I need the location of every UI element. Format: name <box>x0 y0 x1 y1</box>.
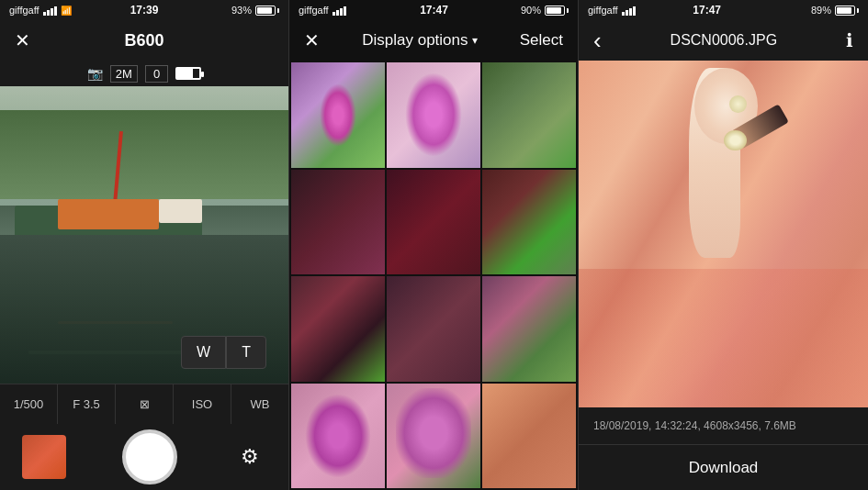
photo-detail-image[interactable] <box>579 61 868 407</box>
iso-setting[interactable]: ISO <box>174 384 231 424</box>
photo-filename: DSCN0006.JPG <box>671 32 778 49</box>
carrier-p3: giffgaff <box>588 5 618 16</box>
status-bar-left-p3: giffgaff <box>588 5 636 16</box>
status-bar-left-p1: giffgaff 📶 <box>9 5 72 16</box>
grid-item-7[interactable] <box>291 276 385 382</box>
shutter-button[interactable] <box>122 429 177 484</box>
battery-p1 <box>255 6 279 16</box>
photo-metadata: 18/08/2019, 14:32:24, 4608x3456, 7.6MB <box>579 407 868 444</box>
signal-bars-p2 <box>333 5 346 16</box>
time-p2: 17:47 <box>420 4 448 17</box>
signal-p2: 90% <box>521 5 541 16</box>
signal-bars-p1 <box>43 5 57 16</box>
close-button-p1[interactable]: ✕ <box>15 29 30 51</box>
grid-item-8[interactable] <box>387 276 480 382</box>
aperture[interactable]: F 3.5 <box>58 384 116 424</box>
boat-cabin <box>58 199 159 228</box>
photo-grid <box>289 61 578 490</box>
trees <box>0 110 288 199</box>
wifi-icon-p1: 📶 <box>61 6 72 16</box>
status-bar-right-p2: 90% <box>521 5 569 16</box>
back-button[interactable]: ‹ <box>593 27 602 55</box>
wide-button[interactable]: W <box>181 336 226 369</box>
status-bar-p1: giffgaff 📶 17:39 93% <box>0 0 288 20</box>
settings-gear-button[interactable]: ⚙ <box>233 440 266 473</box>
status-bar-right-p1: 93% <box>231 5 279 16</box>
display-options-group[interactable]: Display options ▾ <box>362 31 477 50</box>
camera-bottom-bar: ⚙ <box>0 424 288 490</box>
back-chevron-icon: ‹ <box>593 27 602 55</box>
battery-p2 <box>545 6 569 16</box>
select-button[interactable]: Select <box>520 31 563 50</box>
battery-p3 <box>835 6 859 16</box>
carrier-p2: giffgaff <box>299 5 329 16</box>
info-button[interactable]: ℹ <box>846 29 853 51</box>
wb-setting[interactable]: WB <box>231 384 288 424</box>
reflection-line-2 <box>58 321 174 324</box>
display-options-title: Display options <box>362 31 468 50</box>
grid-item-10[interactable] <box>291 384 385 489</box>
grid-item-11[interactable] <box>387 384 480 489</box>
flamingo-thumb <box>482 384 576 489</box>
grid-item-1[interactable] <box>291 62 385 168</box>
carrier-p1: giffgaff <box>9 5 39 16</box>
grid-item-3[interactable] <box>482 62 576 168</box>
camera-viewfinder: W T <box>0 86 288 384</box>
time-p3: 17:47 <box>693 4 721 17</box>
exposure-comp[interactable]: ⊠ <box>116 384 174 424</box>
battery-icon-p1 <box>175 67 201 80</box>
download-area: Download <box>579 444 868 490</box>
photo-detail-header: ‹ DSCN0006.JPG ℹ <box>579 20 868 61</box>
wt-controls: W T <box>166 329 281 376</box>
status-bar-left-p2: giffgaff <box>299 5 346 16</box>
settings-row: 1/500 F 3.5 ⊠ ISO WB <box>0 384 288 424</box>
shutter-speed[interactable]: 1/500 <box>0 384 58 424</box>
chevron-down-icon: ▾ <box>472 34 478 47</box>
boat-white <box>159 199 202 223</box>
signal-p1: 93% <box>231 5 252 16</box>
camera-icon: 📷 <box>87 66 103 81</box>
gallery-panel: giffgaff 17:47 90% ✕ Display options ▾ <box>289 0 579 490</box>
camera-info-row: 📷 2M 0 <box>0 61 288 86</box>
flamingo-eye <box>729 95 747 113</box>
grid-item-12[interactable] <box>482 384 576 489</box>
feather-detail <box>579 269 868 407</box>
status-bar-p2: giffgaff 17:47 90% <box>289 0 578 20</box>
photo-meta-text: 18/08/2019, 14:32:24, 4608x3456, 7.6MB <box>593 419 796 432</box>
gallery-header: ✕ Display options ▾ Select <box>289 20 578 61</box>
grid-item-4[interactable] <box>291 170 385 275</box>
close-button-p2[interactable]: ✕ <box>304 29 320 51</box>
flamingo-photo <box>579 61 868 407</box>
camera-panel: giffgaff 📶 17:39 93% ✕ B600 📷 2M <box>0 0 289 490</box>
camera-header: ✕ B600 <box>0 20 288 61</box>
slot-label: 0 <box>145 65 168 83</box>
signal-p3: 89% <box>811 5 831 16</box>
download-button[interactable]: Download <box>689 459 759 477</box>
signal-bars-p3 <box>622 5 636 16</box>
grid-item-9[interactable] <box>482 276 576 382</box>
grid-item-5[interactable] <box>387 170 480 275</box>
grid-item-2[interactable] <box>387 62 480 168</box>
time-p1: 17:39 <box>130 4 159 17</box>
grid-item-6[interactable] <box>482 170 576 275</box>
camera-title: B600 <box>124 31 163 50</box>
resolution-label: 2M <box>110 65 138 83</box>
last-photo-thumbnail[interactable] <box>22 435 66 479</box>
status-bar-p3: giffgaff 17:47 89% <box>579 0 868 20</box>
photo-detail-panel: giffgaff 17:47 89% ‹ DSCN0006.JPG ℹ <box>579 0 868 490</box>
status-bar-right-p3: 89% <box>811 5 859 16</box>
tele-button[interactable]: T <box>226 336 266 369</box>
